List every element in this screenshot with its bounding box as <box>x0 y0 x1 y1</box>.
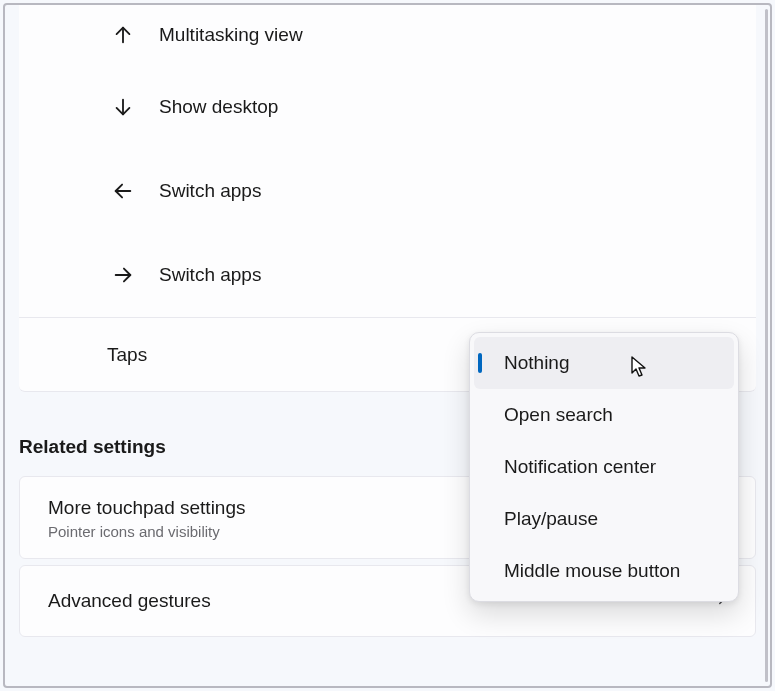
gesture-label: Show desktop <box>159 96 278 118</box>
setting-subtitle: Pointer icons and visibility <box>48 523 246 540</box>
gesture-label: Switch apps <box>159 264 261 286</box>
settings-viewport: Multitasking view Show desktop Switch ap… <box>3 3 772 688</box>
dropdown-option-label: Notification center <box>504 456 656 478</box>
setting-title: Advanced gestures <box>48 588 211 614</box>
gesture-row-right[interactable]: Switch apps <box>19 233 756 317</box>
setting-text: More touchpad settings Pointer icons and… <box>48 495 246 540</box>
dropdown-option-open-search[interactable]: Open search <box>474 389 734 441</box>
dropdown-option-label: Middle mouse button <box>504 560 680 582</box>
taps-label: Taps <box>107 344 147 366</box>
gesture-row-down[interactable]: Show desktop <box>19 65 756 149</box>
dropdown-option-label: Nothing <box>504 352 570 374</box>
gesture-row-left[interactable]: Switch apps <box>19 149 756 233</box>
setting-text: Advanced gestures <box>48 588 211 614</box>
gesture-label: Switch apps <box>159 180 261 202</box>
arrow-left-icon <box>103 180 143 202</box>
gesture-row-up[interactable]: Multitasking view <box>19 5 756 65</box>
arrow-down-icon <box>103 96 143 118</box>
scrollbar[interactable] <box>758 9 768 682</box>
dropdown-option-label: Play/pause <box>504 508 598 530</box>
gesture-label: Multitasking view <box>159 24 303 46</box>
dropdown-option-middle-mouse[interactable]: Middle mouse button <box>474 545 734 597</box>
scrollbar-thumb[interactable] <box>765 9 768 682</box>
dropdown-option-play-pause[interactable]: Play/pause <box>474 493 734 545</box>
dropdown-option-nothing[interactable]: Nothing <box>474 337 734 389</box>
setting-title: More touchpad settings <box>48 495 246 521</box>
dropdown-option-notification-center[interactable]: Notification center <box>474 441 734 493</box>
arrow-up-icon <box>103 24 143 46</box>
taps-dropdown: Nothing Open search Notification center … <box>469 332 739 602</box>
dropdown-option-label: Open search <box>504 404 613 426</box>
arrow-right-icon <box>103 264 143 286</box>
